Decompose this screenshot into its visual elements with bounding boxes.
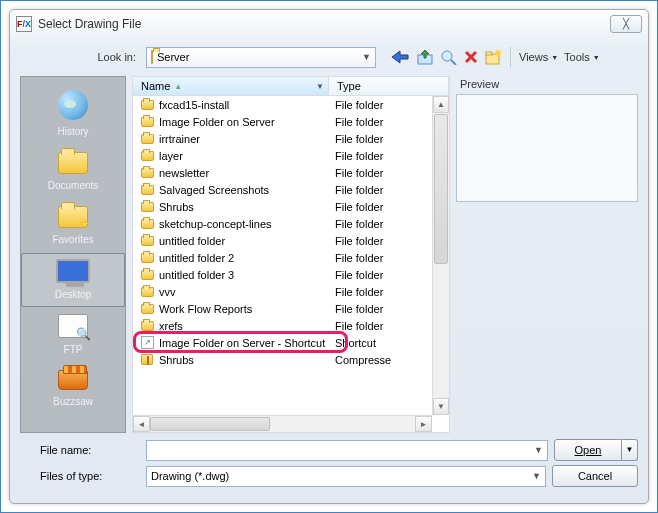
sidebar-item-documents[interactable]: Documents [21, 145, 125, 197]
file-row[interactable]: ↗Image Folder on Server - ShortcutShortc… [133, 334, 449, 351]
preview-panel: Preview [456, 76, 638, 433]
file-name: Image Folder on Server - Shortcut [155, 337, 329, 349]
filename-label: File name: [20, 444, 140, 456]
file-type: File folder [329, 201, 449, 213]
file-name: layer [155, 150, 329, 162]
file-name: xrefs [155, 320, 329, 332]
file-row[interactable]: ShrubsFile folder [133, 198, 449, 215]
file-list[interactable]: fxcad15-installFile folderImage Folder o… [133, 96, 449, 432]
file-row[interactable]: untitled folderFile folder [133, 232, 449, 249]
sort-asc-icon: ▲ [174, 82, 182, 91]
file-type: File folder [329, 116, 449, 128]
file-name: Work Flow Reports [155, 303, 329, 315]
folder-icon [139, 117, 155, 127]
file-row[interactable]: xrefsFile folder [133, 317, 449, 334]
folder-icon [139, 185, 155, 195]
svg-point-7 [495, 50, 501, 56]
titlebar: F/X Select Drawing File ╳ [10, 10, 648, 38]
folder-icon [139, 151, 155, 161]
column-header-type[interactable]: Type [329, 77, 449, 95]
file-row[interactable]: Salvaged ScreenshotsFile folder [133, 181, 449, 198]
open-dropdown-button[interactable]: ▼ [622, 439, 638, 461]
lookin-value: Server [157, 51, 189, 63]
filetype-dropdown[interactable]: Drawing (*.dwg) ▼ [146, 466, 546, 487]
folder-icon [139, 270, 155, 280]
file-row[interactable]: sketchup-concept-linesFile folder [133, 215, 449, 232]
search-web-button[interactable] [440, 49, 458, 65]
compressed-icon [139, 354, 155, 365]
dialog-window: F/X Select Drawing File ╳ Look in: Serve… [9, 9, 649, 504]
open-button[interactable]: Open [554, 439, 622, 461]
folder-icon [139, 168, 155, 178]
scroll-up-button[interactable]: ▲ [433, 96, 449, 113]
up-one-level-button[interactable] [416, 49, 434, 65]
horizontal-scrollbar[interactable]: ◄ ► [133, 415, 432, 432]
svg-rect-6 [486, 52, 492, 55]
file-name: newsletter [155, 167, 329, 179]
new-folder-button[interactable] [484, 49, 502, 65]
file-row[interactable]: layerFile folder [133, 147, 449, 164]
file-name: irrtrainer [155, 133, 329, 145]
delete-button[interactable] [464, 50, 478, 64]
sidebar-item-buzzsaw[interactable]: Buzzsaw [21, 363, 125, 413]
file-type: File folder [329, 303, 449, 315]
folder-icon [139, 134, 155, 144]
file-name: untitled folder 3 [155, 269, 329, 281]
file-row[interactable]: Image Folder on ServerFile folder [133, 113, 449, 130]
file-type: Shortcut [329, 337, 449, 349]
filename-input[interactable]: ▼ [146, 440, 548, 461]
buzzsaw-icon [58, 370, 88, 390]
file-type: File folder [329, 167, 449, 179]
file-row[interactable]: untitled folder 2File folder [133, 249, 449, 266]
back-button[interactable] [390, 49, 410, 65]
file-row[interactable]: vvvFile folder [133, 283, 449, 300]
scroll-right-button[interactable]: ► [415, 416, 432, 432]
lookin-dropdown[interactable]: Server ▼ [146, 47, 376, 68]
folder-icon [58, 152, 88, 174]
file-row[interactable]: newsletterFile folder [133, 164, 449, 181]
file-type: File folder [329, 150, 449, 162]
scroll-thumb[interactable] [434, 114, 448, 264]
folder-icon [139, 253, 155, 263]
svg-line-2 [451, 60, 456, 65]
file-type: File folder [329, 99, 449, 111]
file-row[interactable]: ShrubsCompresse [133, 351, 449, 368]
chevron-down-icon: ▼ [316, 82, 324, 91]
sidebar-item-favorites[interactable]: Favorites [21, 199, 125, 251]
scroll-left-button[interactable]: ◄ [133, 416, 150, 432]
window-title: Select Drawing File [38, 17, 610, 31]
lookin-label: Look in: [20, 51, 140, 63]
views-menu[interactable]: Views▼ [519, 51, 558, 63]
sidebar-item-history[interactable]: History [21, 85, 125, 143]
file-type: File folder [329, 133, 449, 145]
file-name: Shrubs [155, 354, 329, 366]
places-sidebar: History Documents Favorites Desktop FTP [20, 76, 126, 433]
chevron-down-icon: ▼ [532, 471, 541, 481]
column-header-name[interactable]: Name▲ ▼ [133, 77, 329, 95]
window-close-button[interactable]: ╳ [610, 15, 642, 33]
preview-label: Preview [456, 76, 638, 92]
scroll-down-button[interactable]: ▼ [433, 398, 449, 415]
tools-menu[interactable]: Tools▼ [564, 51, 600, 63]
file-list-panel: Name▲ ▼ Type fxcad15-installFile folderI… [132, 76, 450, 433]
chevron-down-icon: ▼ [534, 445, 543, 455]
file-name: sketchup-concept-lines [155, 218, 329, 230]
ftp-icon [58, 314, 88, 338]
folder-icon [139, 219, 155, 229]
cancel-button[interactable]: Cancel [552, 465, 638, 487]
file-row[interactable]: irrtrainerFile folder [133, 130, 449, 147]
scroll-thumb[interactable] [150, 417, 270, 431]
file-type: File folder [329, 235, 449, 247]
file-row[interactable]: untitled folder 3File folder [133, 266, 449, 283]
sidebar-item-ftp[interactable]: FTP [21, 309, 125, 361]
folder-icon [139, 236, 155, 246]
svg-point-1 [442, 51, 452, 61]
vertical-scrollbar[interactable]: ▲ ▼ [432, 96, 449, 415]
preview-box [456, 94, 638, 202]
file-name: Shrubs [155, 201, 329, 213]
column-headers: Name▲ ▼ Type [132, 76, 450, 96]
sidebar-item-desktop[interactable]: Desktop [21, 253, 125, 307]
file-row[interactable]: Work Flow ReportsFile folder [133, 300, 449, 317]
file-row[interactable]: fxcad15-installFile folder [133, 96, 449, 113]
app-icon: F/X [16, 16, 32, 32]
